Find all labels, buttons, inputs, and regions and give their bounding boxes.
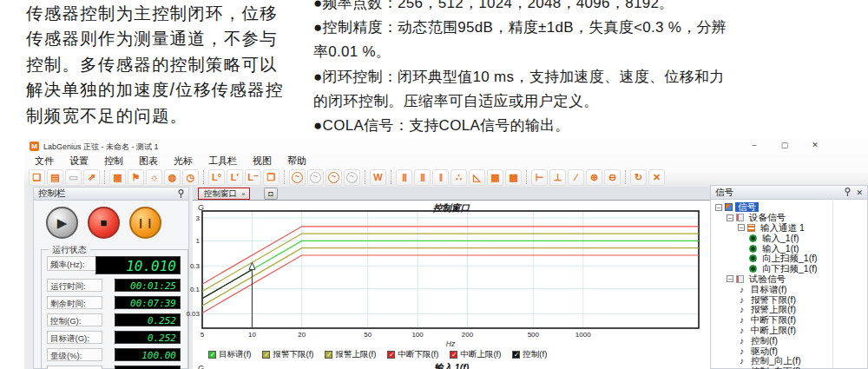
- new-test-icon[interactable]: ❏: [29, 169, 45, 186]
- hardware-device-icon[interactable]: ▦: [109, 169, 126, 186]
- tab-control-window[interactable]: 控制窗口 ×: [198, 188, 250, 200]
- maximize-button[interactable]: ▢: [777, 141, 792, 152]
- pin-icon[interactable]: [845, 188, 851, 197]
- menu-item-4[interactable]: 光标: [166, 155, 201, 168]
- slope-graph-icon[interactable]: ◺: [469, 169, 485, 186]
- tree-item[interactable]: ♪控制_向上(f): [713, 356, 867, 366]
- doc-line: ●COLA信号：支持COLA信号的输出。: [313, 114, 868, 138]
- tree-item[interactable]: ♪报警上限(f): [713, 305, 867, 315]
- expander-icon[interactable]: [727, 275, 733, 282]
- tree-item[interactable]: 信号: [713, 202, 867, 213]
- tree-item[interactable]: ♪报警下限(f): [713, 294, 867, 305]
- tree-item[interactable]: 输入_1(f): [713, 233, 867, 243]
- menu-item-3[interactable]: 图表: [131, 155, 166, 168]
- settings-gear-icon[interactable]: ☼: [146, 169, 162, 186]
- tree-item[interactable]: 向下扫频_1(f): [713, 264, 867, 274]
- toolbar-separator: [365, 170, 365, 184]
- menu-item-0[interactable]: 文件: [27, 155, 62, 168]
- tree-item[interactable]: ♪目标谱(f): [713, 284, 867, 294]
- svg-text:0.1: 0.1: [190, 286, 201, 293]
- media-disc-icon[interactable]: ◍: [164, 169, 181, 186]
- window-title: LabGenius 正弦 - 未命名 - 测试 1: [43, 142, 159, 153]
- legend-item: 控制(f): [512, 349, 547, 360]
- sine-signal-1-icon[interactable]: ~: [289, 169, 306, 186]
- open-file-icon[interactable]: ▭: [65, 169, 82, 186]
- report-flag-icon[interactable]: ⚑: [128, 169, 144, 186]
- expander-icon[interactable]: [738, 224, 745, 231]
- chart-plot[interactable]: 51020501002005001000310.30.10.03: [202, 211, 699, 328]
- tab-close-icon[interactable]: ×: [241, 190, 246, 198]
- legend-checkbox-icon[interactable]: [262, 351, 270, 359]
- menu-item-2[interactable]: 控制: [96, 155, 131, 168]
- tree-item[interactable]: ♪驱动(f): [713, 346, 867, 356]
- sine-signal-4-icon[interactable]: ~: [344, 169, 360, 186]
- tab-label: 控制窗口: [204, 188, 237, 200]
- bar-graph-3-icon[interactable]: ||: [432, 169, 449, 186]
- tree-item[interactable]: ♪控制(f): [713, 335, 867, 346]
- doc-line: 传感器则作为测量通道，不参与: [26, 26, 312, 51]
- panel-close-icon[interactable]: ✕: [856, 188, 863, 197]
- pause-button[interactable]: ❙❙: [129, 207, 161, 239]
- menu-item-5[interactable]: 工具栏: [201, 155, 245, 168]
- vertical-cursor-icon[interactable]: ⊥: [549, 169, 566, 186]
- tree-item[interactable]: 设备信号: [713, 213, 867, 223]
- legend-checkbox-icon[interactable]: [450, 351, 457, 359]
- slope-cursor-icon[interactable]: ∕: [568, 169, 584, 186]
- tree-item[interactable]: 向上扫频_1(f): [713, 254, 867, 264]
- legend-checkbox-icon[interactable]: [512, 351, 520, 359]
- legend-label: 中断上限(f): [460, 349, 501, 360]
- tree-item[interactable]: ♪中断下限(f): [713, 315, 867, 326]
- menu-item-6[interactable]: 视图: [245, 155, 279, 168]
- menu-item-1[interactable]: 设置: [62, 155, 96, 168]
- profile-level-minus-icon[interactable]: L⁻: [245, 169, 261, 186]
- pin-icon[interactable]: [178, 189, 184, 199]
- transport-controls: ▶ ■ ❙❙: [34, 207, 188, 243]
- expander-icon[interactable]: [727, 214, 733, 221]
- title-bar: M LabGenius 正弦 - 未命名 - 测试 1 – ▢ ✕: [24, 139, 868, 154]
- zoom-out-icon[interactable]: ⊖: [604, 169, 621, 186]
- play-button[interactable]: ▶: [46, 207, 78, 239]
- doc-line: 的闭环控制。压缩率可自适应或用户定义。: [313, 89, 868, 114]
- close-button[interactable]: ✕: [807, 141, 823, 152]
- legend-checkbox-icon[interactable]: [208, 351, 216, 359]
- minimize-button[interactable]: –: [746, 141, 762, 152]
- status-led-value: 0.025: [115, 366, 181, 369]
- bar-graph-2-icon[interactable]: |||: [414, 169, 431, 186]
- schedule-clock-icon[interactable]: ◷: [182, 169, 199, 186]
- expander-icon[interactable]: [715, 204, 722, 211]
- doc-line: 解决单独的加速度/位移传感器控: [26, 77, 312, 102]
- camera-icon[interactable]: ◘: [264, 188, 278, 200]
- green-icon: [749, 254, 757, 262]
- export-data-icon[interactable]: ⇗: [83, 169, 100, 186]
- color-grid-1-icon[interactable]: ▦: [487, 169, 503, 186]
- doc-line: ●控制精度：动态范围95dB，精度±1dB，失真度<0.3 %，分辨: [313, 16, 868, 40]
- legend-checkbox-icon[interactable]: [325, 351, 332, 359]
- sine-signal-2-icon[interactable]: ~: [307, 169, 324, 186]
- mic-icon: ♪: [738, 296, 746, 304]
- status-label: 运行时间:: [47, 279, 102, 292]
- cascade-windows-icon[interactable]: ❐: [263, 169, 279, 186]
- tree-item[interactable]: 试验信号: [713, 274, 867, 285]
- sine-signal-3-icon[interactable]: ~: [326, 169, 342, 186]
- zoom-in-icon[interactable]: ⊕: [586, 169, 602, 186]
- scatter-graph-icon[interactable]: ∴: [450, 169, 467, 186]
- doc-line: 制频宽不足的问题。: [26, 103, 312, 128]
- tree-item[interactable]: 输入_1(t): [713, 243, 867, 254]
- window-function-icon[interactable]: W: [370, 169, 386, 186]
- profile-level-1-icon[interactable]: L′: [227, 169, 243, 186]
- tree-item[interactable]: 输入通道 1: [713, 223, 867, 234]
- mic-icon: ♪: [738, 337, 746, 345]
- bar-graph-1-icon[interactable]: |||: [396, 169, 412, 186]
- profile-level-0-icon[interactable]: L°: [208, 169, 225, 186]
- next-chart-title: 输入 1(f): [193, 362, 710, 369]
- svg-text:1: 1: [196, 237, 201, 245]
- stop-button[interactable]: ■: [88, 207, 120, 239]
- tree-item[interactable]: ♪中断上限(f): [713, 326, 867, 336]
- horizontal-cursor-icon[interactable]: ⊢: [531, 169, 548, 186]
- menu-item-7[interactable]: 帮助: [279, 155, 314, 168]
- fit-screen-icon[interactable]: ✕: [648, 169, 665, 186]
- legend-checkbox-icon[interactable]: [387, 351, 395, 359]
- color-grid-2-icon[interactable]: ▩: [505, 169, 522, 186]
- save-file-icon[interactable]: ▤: [47, 169, 63, 186]
- refresh-view-icon[interactable]: ↻: [630, 169, 647, 186]
